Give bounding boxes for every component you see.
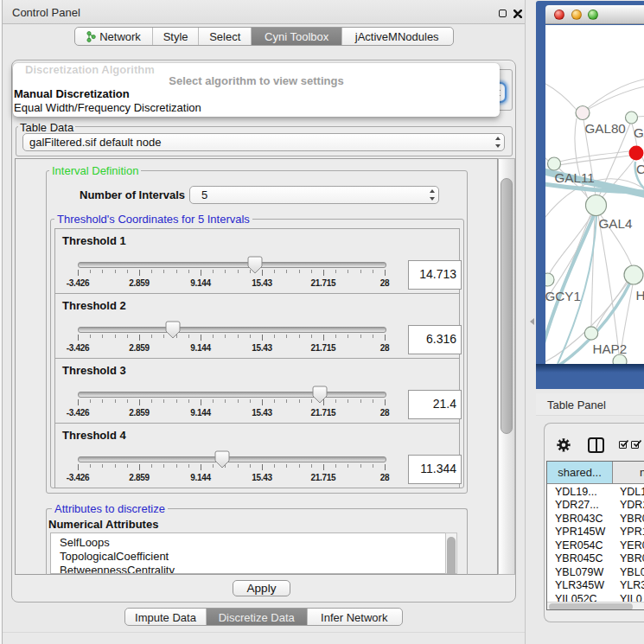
svg-text:GCY1: GCY1 [545, 289, 581, 303]
svg-text:GAL11: GAL11 [555, 170, 595, 185]
svg-text:GA: GA [634, 125, 644, 140]
svg-text:HI: HI [636, 288, 644, 303]
svg-text:GAL4: GAL4 [599, 216, 633, 231]
svg-text:C: C [636, 162, 644, 176]
svg-text:HAP2: HAP2 [593, 341, 628, 356]
svg-text:GAL80: GAL80 [585, 121, 626, 136]
